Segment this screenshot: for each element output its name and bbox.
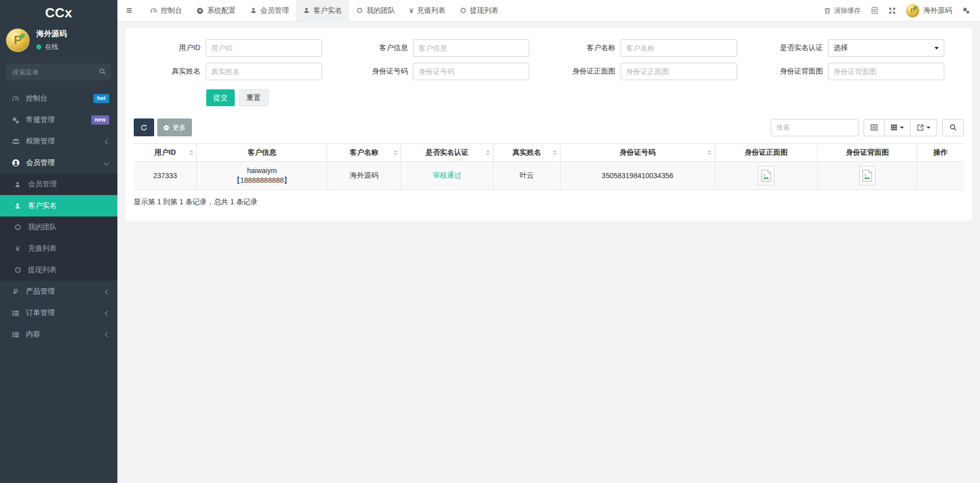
field-realname-verified: 是否实名认证 选择 (756, 39, 964, 57)
refresh-button[interactable] (134, 118, 154, 136)
col-real-name[interactable]: 真实姓名 (493, 144, 560, 162)
field-id-front-image: 身份证正面图 (549, 63, 756, 80)
field-label: 身份证号码 (341, 67, 413, 76)
fullscreen-button[interactable] (889, 7, 896, 14)
col-user-id[interactable]: 用户ID (134, 144, 197, 162)
tab-member-management[interactable]: 会员管理 (243, 0, 296, 21)
view-button-group (864, 119, 937, 136)
sort-icon (486, 150, 490, 155)
settings-button[interactable] (962, 7, 970, 14)
sidebar-item-member-management[interactable]: 会员管理 (0, 152, 117, 174)
clear-cache-button[interactable]: 清除缓存 (824, 6, 861, 15)
circle-icon (356, 7, 363, 14)
submit-button[interactable]: 提交 (206, 89, 235, 106)
sidebar-toggle-button[interactable]: ≡ (117, 0, 141, 21)
col-id-back-image: 身份证背面图 (818, 144, 917, 162)
more-button[interactable]: 更多 (157, 118, 192, 136)
verify-status-link[interactable]: 审核通过 (433, 171, 461, 179)
customer-info-input[interactable] (413, 39, 529, 57)
clear-cache-label: 清除缓存 (834, 6, 861, 15)
toolbar-right (771, 119, 964, 136)
cell-customer-name: 海外源码 (327, 162, 401, 190)
customer-phone: 【18888888888】 (200, 176, 324, 185)
id-number-input[interactable] (413, 63, 529, 80)
sidebar-item-general-management[interactable]: 常规管理 new (0, 109, 117, 131)
field-label: 真实姓名 (134, 67, 206, 76)
tab-system-config[interactable]: 系统配置 (189, 0, 243, 21)
app-root: CCx 海外源码 在线 控制台 hot 常规管理 (0, 0, 980, 483)
field-label: 用户ID (134, 43, 206, 53)
tab-withdraw-list[interactable]: 提现列表 (453, 0, 506, 21)
table-search-input[interactable] (771, 119, 859, 136)
select-value: 选择 (834, 43, 848, 53)
id-front-image[interactable] (758, 166, 774, 185)
sidebar-item-content[interactable]: 内容 (0, 324, 117, 345)
user-id-input[interactable] (206, 39, 322, 57)
sidebar: CCx 海外源码 在线 控制台 hot 常规管理 (0, 0, 117, 483)
detail-view-button[interactable] (864, 119, 885, 136)
circle-icon (13, 224, 22, 231)
tab-label: 控制台 (161, 6, 182, 15)
tab-my-team[interactable]: 我的团队 (349, 0, 402, 21)
user-menu[interactable]: 海外源码 (906, 4, 952, 17)
table-row: 237333 haiwaiym 【18888888888】 海外源码 审核通过 … (134, 162, 964, 190)
tab-customer-realname[interactable]: 客户实名 (296, 0, 349, 21)
table-search-button[interactable] (942, 119, 964, 136)
col-label: 客户名称 (350, 148, 378, 156)
sidebar-item-label: 提现列表 (28, 265, 57, 275)
gears-icon (11, 116, 20, 124)
sort-icon (553, 150, 557, 155)
col-label: 身份证号码 (620, 148, 655, 156)
user-icon (303, 7, 310, 14)
real-name-input[interactable] (206, 63, 322, 80)
tab-label: 我的团队 (366, 6, 395, 15)
col-id-number[interactable]: 身份证号码 (560, 144, 715, 162)
col-label: 用户ID (155, 148, 176, 156)
realname-verified-select[interactable]: 选择 (828, 39, 944, 57)
refresh-page-button[interactable] (871, 7, 878, 14)
sidebar-item-label: 内容 (26, 330, 40, 339)
sidebar-search-input[interactable] (6, 63, 111, 81)
tab-recharge-list[interactable]: ¥ 充值列表 (402, 0, 453, 21)
detail-view-icon (870, 124, 878, 131)
field-label: 客户信息 (341, 43, 413, 53)
sidebar-item-order-management[interactable]: 订单管理 (0, 302, 117, 324)
table-header-row: 用户ID 客户信息 客户名称 是否实名认证 真实姓名 身份证号码 身份证正面图 … (134, 144, 964, 162)
sidebar-item-withdraw-list[interactable]: 提现列表 (0, 259, 117, 281)
sidebar-item-member-list[interactable]: 会员管理 (0, 174, 117, 195)
id-front-image-input[interactable] (621, 63, 737, 80)
user-profile: 海外源码 在线 (0, 26, 117, 58)
col-customer-name[interactable]: 客户名称 (327, 144, 401, 162)
customer-name-input[interactable] (621, 39, 737, 57)
field-label: 身份证正面图 (549, 67, 621, 76)
export-button[interactable] (911, 119, 937, 136)
sidebar-item-permission-management[interactable]: 权限管理 (0, 131, 117, 152)
col-customer-info: 客户信息 (197, 144, 327, 162)
reset-button[interactable]: 重置 (239, 89, 268, 106)
search-icon (949, 124, 957, 131)
id-back-image-input[interactable] (828, 63, 944, 80)
caret-down-icon (926, 127, 930, 129)
sidebar-item-customer-realname[interactable]: 客户实名 (0, 195, 117, 216)
col-realname-verified[interactable]: 是否实名认证 (401, 144, 493, 162)
circle-icon (460, 7, 467, 14)
sidebar-item-recharge-list[interactable]: ¥ 充值列表 (0, 238, 117, 259)
col-label: 身份证背面图 (846, 148, 889, 156)
columns-button[interactable] (885, 119, 911, 136)
profile-info: 海外源码 在线 (36, 29, 67, 52)
cell-id-back-image (818, 162, 917, 190)
cell-customer-info: haiwaiym 【18888888888】 (197, 162, 327, 190)
topbar-username: 海外源码 (923, 6, 952, 15)
sidebar-item-label: 客户实名 (28, 201, 57, 210)
tab-dashboard[interactable]: 控制台 (143, 0, 189, 21)
form-actions: 提交 重置 (206, 89, 964, 106)
sidebar-item-my-team[interactable]: 我的团队 (0, 216, 117, 238)
sidebar-item-product-management[interactable]: ₽ 产品管理 (0, 281, 117, 302)
list-icon (11, 331, 20, 339)
sidebar-item-dashboard[interactable]: 控制台 hot (0, 88, 117, 109)
main-area: ≡ 控制台 系统配置 会员管理 客户实名 (117, 0, 980, 483)
chevron-left-icon (105, 332, 110, 337)
cell-real-name: 叶云 (493, 162, 560, 190)
tab-label: 系统配置 (207, 6, 236, 15)
id-back-image[interactable] (859, 166, 875, 185)
